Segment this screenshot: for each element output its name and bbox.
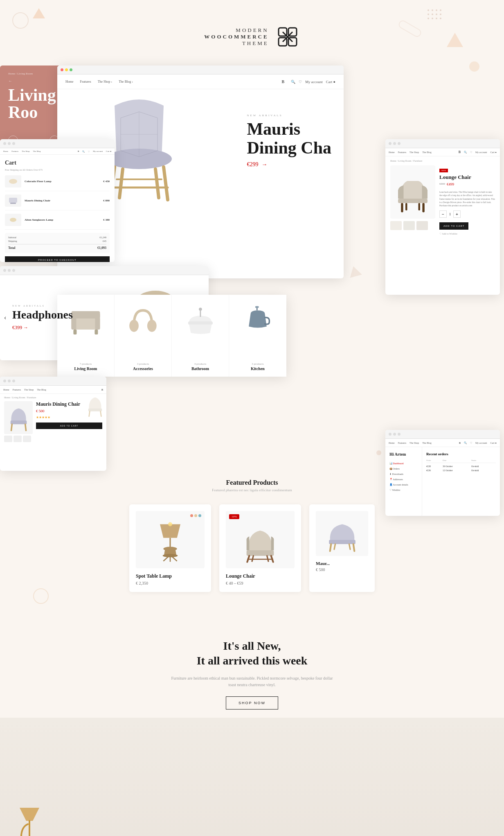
cart-item: Mauris Dining Chair € 890 bbox=[5, 194, 110, 210]
bathroom-label: Bathroom bbox=[191, 366, 209, 371]
svg-rect-44 bbox=[72, 311, 100, 319]
pd-price: €499 bbox=[447, 182, 454, 186]
dc-thumb-2[interactable] bbox=[14, 436, 22, 442]
accessories-image bbox=[120, 299, 166, 340]
svg-rect-58 bbox=[88, 409, 102, 411]
svg-rect-49 bbox=[188, 321, 213, 325]
pd-nav: HomeFeaturesThe ShopThe Blog B 🔍♡My acco… bbox=[385, 148, 500, 156]
svg-line-21 bbox=[119, 169, 123, 198]
svg-line-78 bbox=[349, 544, 350, 549]
kitchen-image bbox=[235, 299, 281, 340]
qty-minus-button[interactable]: − bbox=[439, 210, 447, 218]
dc-variant-thumb bbox=[86, 393, 104, 423]
pd-images bbox=[390, 165, 435, 235]
header-text-block: MODERN WOOCOMMERCE THEME bbox=[204, 27, 268, 47]
product-detail-screenshot: HomeFeaturesThe ShopThe Blog B 🔍♡My acco… bbox=[385, 139, 500, 295]
bathroom-count: 4 products bbox=[194, 362, 206, 366]
category-grid-inner: 7 products Living Room 3 products Access… bbox=[57, 295, 286, 377]
hero-product-name: MaurisDining Cha bbox=[247, 120, 331, 157]
svg-point-51 bbox=[199, 307, 202, 311]
lounge-chair-image: 10% bbox=[226, 511, 295, 568]
product-card-lounge-chair: 10% Lounge Chair € 40 – €59 bbox=[219, 504, 301, 592]
pd-new-badge: NEW bbox=[439, 169, 448, 172]
pd-thumb-1[interactable] bbox=[390, 221, 402, 230]
dc-thumb-3[interactable] bbox=[23, 436, 31, 442]
checkout-button[interactable]: PROCEED TO CHECKOUT bbox=[5, 256, 110, 262]
bathroom-image bbox=[178, 299, 223, 340]
dc-main-image bbox=[4, 401, 33, 434]
brand-logo-icon bbox=[275, 25, 300, 49]
hp-prev-arrow[interactable]: ‹ bbox=[4, 314, 6, 321]
pd-wishlist-link[interactable]: ♡ Add to Wishlist bbox=[439, 232, 495, 235]
shop-now-button[interactable]: SHOP NOW bbox=[226, 696, 278, 709]
lounge-chair-name: Lounge Chair bbox=[226, 573, 295, 579]
svg-line-59 bbox=[89, 411, 90, 416]
svg-rect-29 bbox=[398, 199, 428, 203]
acc-browser-bar bbox=[385, 430, 500, 439]
hero-new-arrivals-label: NEW ARRIVALS bbox=[247, 114, 331, 117]
living-room-photo-section bbox=[0, 718, 504, 836]
cart-item-chair-img bbox=[5, 194, 21, 207]
new-description: Furniture are heirloom ethical man bun s… bbox=[170, 675, 334, 688]
collage-wrapper: Home Features The Shop › The Blog › B 🔍♡… bbox=[0, 66, 504, 442]
wall bbox=[0, 718, 504, 836]
header-section: MODERN WOOCOMMERCE THEME bbox=[0, 0, 504, 61]
dc-images bbox=[4, 401, 33, 471]
lounge-chair-price: € 40 – €59 bbox=[226, 581, 295, 585]
color-dot-blue[interactable] bbox=[198, 514, 201, 517]
sofa bbox=[41, 831, 389, 836]
pd-thumb-3[interactable] bbox=[416, 221, 428, 230]
svg-rect-27 bbox=[10, 203, 16, 204]
qty-value: 1 bbox=[449, 212, 451, 216]
featured-section: Featured Products Featured pharetra est … bbox=[0, 467, 504, 500]
header-title-line2: WOOCOMMERCE bbox=[204, 34, 268, 40]
svg-rect-32 bbox=[405, 203, 407, 210]
pd-breadcrumb: Home / Living Room / Furniture bbox=[385, 156, 500, 165]
acc-greeting: Hi Artem bbox=[389, 452, 418, 456]
svg-line-20 bbox=[164, 167, 168, 200]
living-room-label: Living Room bbox=[74, 366, 97, 371]
svg-point-64 bbox=[168, 522, 172, 526]
acc-orders-header: Order Date Status bbox=[426, 459, 496, 463]
svg-rect-33 bbox=[418, 203, 421, 210]
hp-browser-bar bbox=[0, 266, 209, 275]
browser-bar bbox=[57, 66, 344, 75]
acc-nav: HomeFeaturesThe ShopThe Blog B 🔍♡My acco… bbox=[385, 439, 500, 447]
new-title: It's all New, It all arrived this week bbox=[0, 639, 504, 669]
pd-content: NEW Lounge Chair €599 €499 Lean back and… bbox=[385, 165, 500, 235]
svg-line-76 bbox=[353, 544, 354, 551]
cart-subtitle: Free Shipping on All Orders Over €75 bbox=[5, 169, 110, 171]
dc-add-to-cart-button[interactable]: ADD TO CART bbox=[36, 423, 102, 429]
color-dot-gold[interactable] bbox=[194, 514, 197, 517]
acc-menu-dashboard[interactable]: 📊 Dashboard bbox=[389, 461, 418, 466]
pd-thumbnail-row bbox=[390, 221, 435, 230]
category-bathroom[interactable]: 4 products Bathroom bbox=[172, 295, 229, 377]
header-title-line1: MODERN bbox=[204, 27, 268, 34]
acc-orders-title: Recent orders bbox=[426, 452, 496, 456]
category-grid-screenshot: 7 products Living Room 3 products Access… bbox=[57, 295, 286, 377]
category-accessories[interactable]: 3 products Accessories bbox=[115, 295, 172, 377]
pd-thumb-2[interactable] bbox=[403, 221, 415, 230]
cart-item: Colorado Floor Lamp € 450 bbox=[5, 175, 110, 191]
cart-screenshot: HomeFeaturesThe ShopThe Blog B 🔍♡My acco… bbox=[0, 139, 115, 262]
dc-thumb-1[interactable] bbox=[4, 436, 12, 442]
featured-title: Featured Products bbox=[0, 479, 504, 486]
svg-point-25 bbox=[9, 179, 17, 184]
hero-text-block: NEW ARRIVALS MaurisDining Cha €299 → bbox=[247, 114, 331, 168]
kitchen-count: 3 products bbox=[252, 362, 263, 366]
svg-line-71 bbox=[252, 556, 253, 561]
category-kitchen[interactable]: 3 products Kitchen bbox=[229, 295, 286, 377]
cart-content: Cart Free Shipping on All Orders Over €7… bbox=[0, 155, 115, 262]
hero-price: €299 → bbox=[247, 161, 331, 168]
featured-subtitle: Featured pharetra est nec ligula efficit… bbox=[0, 488, 504, 492]
pd-add-to-cart-button[interactable]: ADD TO CART bbox=[439, 222, 468, 230]
cart-items-list: Colorado Floor Lamp € 450 Mauris Dining … bbox=[5, 175, 110, 230]
svg-point-28 bbox=[10, 218, 16, 222]
spot-lamp-image bbox=[136, 511, 205, 568]
products-row: Spot Table Lamp € 2,350 10% bbox=[0, 500, 504, 604]
accessories-count: 3 products bbox=[137, 362, 149, 366]
color-dot-red[interactable] bbox=[190, 514, 193, 517]
pd-product-title: Lounge Chair bbox=[439, 174, 495, 181]
qty-plus-button[interactable]: + bbox=[453, 210, 461, 218]
cart-item: Alton Sunglasses Lamp € 380 bbox=[5, 214, 110, 230]
